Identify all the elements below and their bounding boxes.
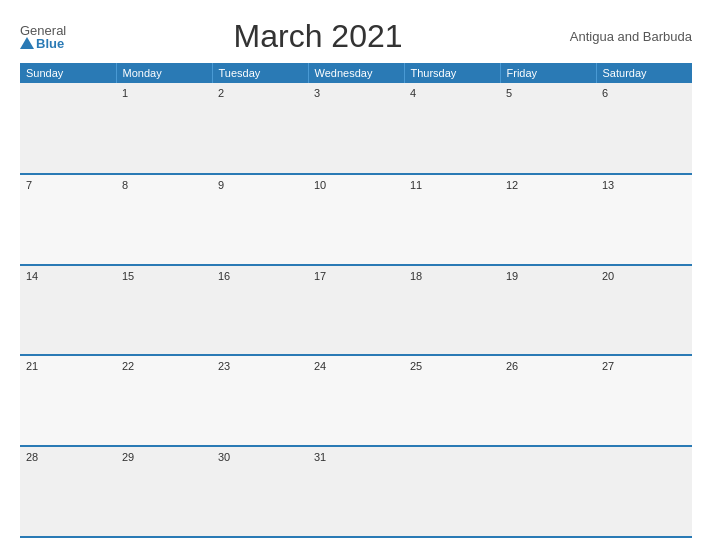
calendar-week-row: 14151617181920 <box>20 265 692 356</box>
day-number: 6 <box>602 87 608 99</box>
calendar-cell: 7 <box>20 174 116 265</box>
day-number: 7 <box>26 179 32 191</box>
calendar-week-row: 78910111213 <box>20 174 692 265</box>
day-number: 29 <box>122 451 134 463</box>
calendar-header-row: Sunday Monday Tuesday Wednesday Thursday… <box>20 63 692 83</box>
day-number: 18 <box>410 270 422 282</box>
calendar-cell: 25 <box>404 355 500 446</box>
calendar-cell <box>500 446 596 537</box>
day-number: 2 <box>218 87 224 99</box>
calendar-cell: 30 <box>212 446 308 537</box>
header-sunday: Sunday <box>20 63 116 83</box>
calendar-week-row: 123456 <box>20 83 692 174</box>
day-number: 14 <box>26 270 38 282</box>
header-saturday: Saturday <box>596 63 692 83</box>
calendar-cell: 29 <box>116 446 212 537</box>
calendar-cell: 11 <box>404 174 500 265</box>
day-number: 26 <box>506 360 518 372</box>
calendar-cell: 4 <box>404 83 500 174</box>
calendar-cell: 15 <box>116 265 212 356</box>
logo-triangle-icon <box>20 37 34 49</box>
calendar-cell: 24 <box>308 355 404 446</box>
calendar-cell: 26 <box>500 355 596 446</box>
logo-blue-text: Blue <box>20 37 64 50</box>
header-friday: Friday <box>500 63 596 83</box>
day-number: 12 <box>506 179 518 191</box>
calendar-title: March 2021 <box>66 18 570 55</box>
day-number: 1 <box>122 87 128 99</box>
day-number: 9 <box>218 179 224 191</box>
country-name: Antigua and Barbuda <box>570 29 692 44</box>
day-number: 8 <box>122 179 128 191</box>
day-number: 23 <box>218 360 230 372</box>
day-number: 5 <box>506 87 512 99</box>
day-number: 3 <box>314 87 320 99</box>
calendar-week-row: 21222324252627 <box>20 355 692 446</box>
calendar-cell: 9 <box>212 174 308 265</box>
calendar-cell <box>596 446 692 537</box>
day-number: 30 <box>218 451 230 463</box>
calendar-cell: 28 <box>20 446 116 537</box>
days-of-week-row: Sunday Monday Tuesday Wednesday Thursday… <box>20 63 692 83</box>
calendar-header: General Blue March 2021 Antigua and Barb… <box>20 18 692 55</box>
day-number: 21 <box>26 360 38 372</box>
day-number: 11 <box>410 179 422 191</box>
calendar-cell: 18 <box>404 265 500 356</box>
day-number: 4 <box>410 87 416 99</box>
calendar-cell: 1 <box>116 83 212 174</box>
calendar-week-row: 28293031 <box>20 446 692 537</box>
day-number: 13 <box>602 179 614 191</box>
logo: General Blue <box>20 24 66 50</box>
calendar-cell: 8 <box>116 174 212 265</box>
header-monday: Monday <box>116 63 212 83</box>
calendar-cell: 22 <box>116 355 212 446</box>
calendar-cell: 16 <box>212 265 308 356</box>
day-number: 28 <box>26 451 38 463</box>
header-wednesday: Wednesday <box>308 63 404 83</box>
calendar-cell: 23 <box>212 355 308 446</box>
calendar-cell: 3 <box>308 83 404 174</box>
calendar-cell: 14 <box>20 265 116 356</box>
header-tuesday: Tuesday <box>212 63 308 83</box>
day-number: 27 <box>602 360 614 372</box>
day-number: 31 <box>314 451 326 463</box>
calendar-page: General Blue March 2021 Antigua and Barb… <box>0 0 712 550</box>
calendar-cell: 2 <box>212 83 308 174</box>
calendar-cell: 20 <box>596 265 692 356</box>
day-number: 24 <box>314 360 326 372</box>
day-number: 16 <box>218 270 230 282</box>
calendar-body: 1234567891011121314151617181920212223242… <box>20 83 692 537</box>
day-number: 17 <box>314 270 326 282</box>
day-number: 10 <box>314 179 326 191</box>
day-number: 15 <box>122 270 134 282</box>
calendar-cell: 5 <box>500 83 596 174</box>
day-number: 20 <box>602 270 614 282</box>
day-number: 22 <box>122 360 134 372</box>
calendar-cell: 17 <box>308 265 404 356</box>
calendar-cell: 6 <box>596 83 692 174</box>
calendar-cell: 10 <box>308 174 404 265</box>
header-thursday: Thursday <box>404 63 500 83</box>
day-number: 25 <box>410 360 422 372</box>
calendar-cell: 13 <box>596 174 692 265</box>
logo-general-text: General <box>20 24 66 37</box>
calendar-cell: 12 <box>500 174 596 265</box>
calendar-cell: 27 <box>596 355 692 446</box>
calendar-table: Sunday Monday Tuesday Wednesday Thursday… <box>20 63 692 538</box>
day-number: 19 <box>506 270 518 282</box>
calendar-cell: 19 <box>500 265 596 356</box>
calendar-cell <box>404 446 500 537</box>
calendar-cell: 31 <box>308 446 404 537</box>
calendar-cell: 21 <box>20 355 116 446</box>
calendar-cell <box>20 83 116 174</box>
